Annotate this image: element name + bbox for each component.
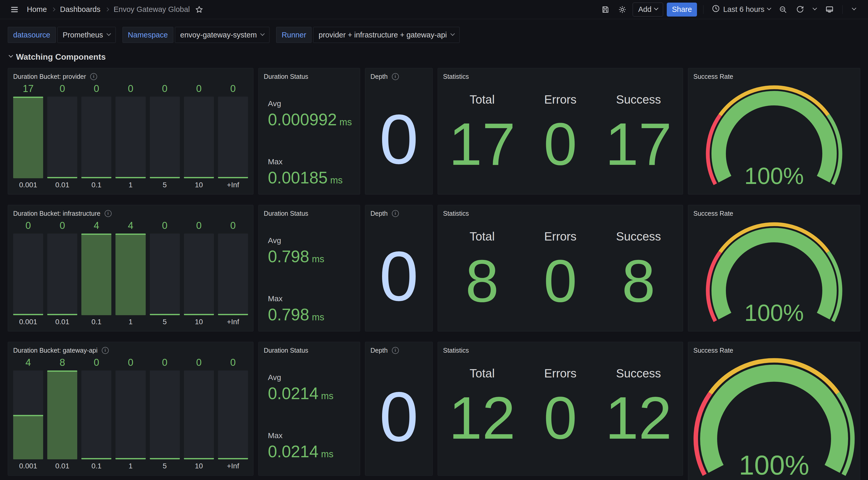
bucket-bar-label: 10	[184, 315, 214, 328]
info-icon[interactable]	[392, 73, 399, 80]
variable-namespace-label[interactable]: Namespace	[122, 27, 173, 43]
bucket-bar-label: +Inf	[218, 459, 248, 472]
panel-header: Duration Status	[264, 346, 355, 355]
breadcrumb-home[interactable]: Home	[27, 5, 47, 14]
panel-duration-bucket-gateway-api[interactable]: Duration Bucket: gateway-api 40.00180.01…	[8, 342, 253, 476]
panel-duration-status-gateway-api[interactable]: Duration Status Avg 0.0214 ms Max 0.0214…	[258, 342, 360, 476]
dashboard-settings-button[interactable]	[616, 3, 629, 16]
bucket-bar: 00.01	[47, 219, 77, 328]
panel-header: Duration Bucket: provider	[13, 72, 248, 81]
panel-title: Statistics	[443, 347, 469, 354]
max-label: Max	[268, 294, 324, 303]
panel-statistics-provider[interactable]: Statistics Total 17 Errors 0 Success 17	[438, 68, 683, 194]
statistics-body: Total 12 Errors 0 Success 12	[443, 355, 678, 472]
bucket-bar-fill	[218, 458, 248, 459]
panel-duration-bucket-infrastructure[interactable]: Duration Bucket: infrastructure 00.00100…	[8, 205, 253, 331]
stat-value: 12	[449, 388, 516, 448]
max-stat: Max 0.0214 ms	[268, 431, 334, 461]
refresh-interval-dropdown[interactable]	[810, 3, 819, 16]
share-button[interactable]: Share	[667, 3, 697, 17]
panel-duration-status-provider[interactable]: Duration Status Avg 0.000992 ms Max 0.00…	[258, 68, 360, 194]
max-label: Max	[268, 157, 343, 166]
stat-total: Total 8	[443, 218, 521, 328]
bucket-bar: 00.01	[47, 83, 77, 191]
zoom-out-time-button[interactable]	[776, 3, 790, 16]
panel-statistics-gateway-api[interactable]: Statistics Total 12 Errors 0 Success 12	[438, 342, 683, 476]
panel-title: Duration Bucket: infrastructure	[13, 210, 100, 217]
panel-title: Duration Status	[264, 73, 308, 80]
chevron-down-icon	[654, 6, 658, 10]
bucket-bar: 05	[150, 219, 180, 328]
avg-label: Avg	[268, 99, 352, 108]
variable-runner-label[interactable]: Runner	[276, 27, 312, 43]
save-dashboard-button[interactable]	[598, 3, 612, 16]
stat-errors: Errors 0	[521, 81, 599, 191]
collapse-topbar-button[interactable]	[849, 3, 859, 16]
bucket-bar: 0+Inf	[218, 219, 248, 328]
chevron-down-icon	[9, 53, 13, 58]
variable-datasource-value[interactable]: Prometheus	[57, 27, 116, 43]
favorite-star-button[interactable]	[192, 3, 206, 16]
bucket-bar-label: 0.01	[47, 459, 77, 472]
info-icon[interactable]	[392, 347, 399, 354]
bucket-bar-track	[13, 97, 43, 178]
bucket-bar: 010	[184, 357, 214, 472]
variable-namespace: Namespace envoy-gateway-system	[122, 27, 270, 43]
bucket-bar-fill	[184, 458, 214, 459]
bucket-bar-label: 1	[116, 459, 146, 472]
bucket-bar-fill	[47, 177, 77, 178]
bucket-bar-label: 0.1	[82, 315, 111, 328]
stat-value: 8	[622, 251, 655, 311]
bucket-bar: 00.001	[13, 219, 43, 328]
bucket-bar-track	[150, 234, 180, 315]
bucket-bar-value: 0	[184, 219, 214, 232]
topbar-divider	[703, 5, 704, 14]
panel-depth-infrastructure[interactable]: Depth 0	[365, 205, 433, 331]
panel-header: Success Rate	[693, 72, 855, 81]
stat-label: Errors	[544, 92, 576, 107]
panel-header: Success Rate	[693, 209, 855, 218]
panel-success-rate-provider[interactable]: Success Rate 100%	[688, 68, 860, 194]
bucket-bar-track	[218, 370, 248, 459]
variable-runner-value[interactable]: provider + infrastructure + gateway-api	[313, 27, 459, 43]
bucket-bar: 010	[184, 83, 214, 191]
time-range-picker[interactable]: Last 6 hours	[710, 3, 773, 17]
panel-title: Statistics	[443, 73, 469, 80]
bucket-bar-label: 5	[150, 178, 180, 191]
panel-statistics-infrastructure[interactable]: Statistics Total 8 Errors 0 Success 8	[438, 205, 683, 331]
bucket-bar-fill	[184, 314, 214, 315]
breadcrumb-dashboards[interactable]: Dashboards	[60, 5, 100, 14]
depth-value: 0	[370, 81, 427, 191]
panel-duration-status-infrastructure[interactable]: Duration Status Avg 0.798 ms Max 0.798 m…	[258, 205, 360, 331]
bucket-bar-track	[150, 97, 180, 178]
info-icon[interactable]	[104, 210, 112, 217]
stat-success: Success 8	[599, 218, 678, 328]
row-watching-components[interactable]: Watching Components	[9, 52, 868, 61]
bucket-bar-track	[218, 234, 248, 315]
panel-depth-gateway-api[interactable]: Depth 0	[365, 342, 433, 476]
info-icon[interactable]	[102, 347, 109, 354]
panel-depth-provider[interactable]: Depth 0	[365, 68, 433, 194]
bucket-bar-track	[47, 370, 77, 459]
bucket-bar: 80.01	[47, 357, 77, 472]
bucket-bar-value: 0	[150, 83, 180, 95]
stat-value: 0	[544, 388, 577, 448]
kiosk-mode-button[interactable]	[823, 3, 836, 16]
menu-button[interactable]	[8, 3, 21, 16]
panel-success-rate-infrastructure[interactable]: Success Rate 100%	[688, 205, 860, 331]
share-button-label: Share	[672, 5, 692, 14]
variable-datasource-label[interactable]: datasource	[8, 27, 56, 43]
max-unit: ms	[330, 175, 343, 186]
refresh-dashboard-button[interactable]	[793, 3, 807, 16]
panel-success-rate-gateway-api[interactable]: Success Rate 100%	[688, 342, 860, 480]
bucket-bar-label: +Inf	[218, 315, 248, 328]
panel-duration-bucket-provider[interactable]: Duration Bucket: provider 170.00100.0100…	[8, 68, 253, 194]
duration-status-body: Avg 0.000992 ms Max 0.00185 ms	[264, 81, 355, 191]
bucket-bar-fill	[218, 177, 248, 178]
info-icon[interactable]	[392, 210, 399, 217]
add-button[interactable]: Add	[633, 3, 663, 17]
panel-title: Depth	[370, 210, 388, 217]
variable-namespace-value[interactable]: envoy-gateway-system	[175, 27, 270, 43]
panel-title: Duration Bucket: gateway-api	[13, 347, 98, 354]
info-icon[interactable]	[90, 73, 97, 80]
